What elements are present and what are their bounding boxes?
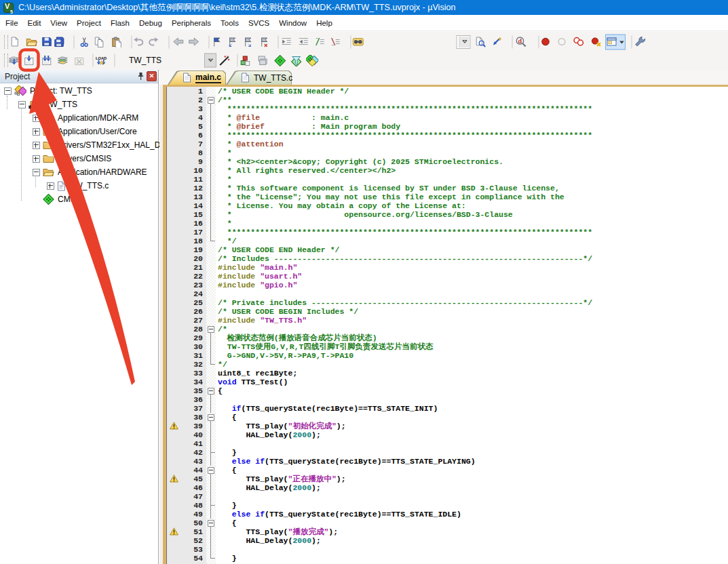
editor-margin[interactable] <box>167 122 181 131</box>
tree-item-application-hardware[interactable]: Application/HARDWARE <box>0 165 158 179</box>
fold-margin[interactable] <box>206 157 216 166</box>
fold-collapse-icon[interactable] <box>208 414 214 421</box>
breakpoint-disable-icon[interactable] <box>554 35 571 49</box>
code-text[interactable]: } <box>216 448 728 457</box>
code-text[interactable]: * @brief : Main program body <box>216 122 728 131</box>
code-text[interactable]: } <box>216 554 728 563</box>
fold-margin[interactable] <box>206 501 216 510</box>
editor-margin[interactable] <box>167 430 181 439</box>
code-text[interactable] <box>216 492 728 501</box>
code-text[interactable]: else if(TTS_queryState(rec1Byte)==TTS_ST… <box>216 510 728 519</box>
editor-margin[interactable] <box>167 87 181 96</box>
collapse-icon[interactable] <box>33 169 40 176</box>
tab-label[interactable]: TW_TTS.c <box>254 73 292 83</box>
copy-icon[interactable] <box>92 35 108 49</box>
code-text[interactable]: /* USER CODE BEGIN Header */ <box>216 87 728 96</box>
editor-margin[interactable] <box>167 201 181 210</box>
fold-margin[interactable] <box>206 166 216 175</box>
code-text[interactable]: { <box>216 413 728 422</box>
indent-icon[interactable] <box>278 35 294 49</box>
code-text[interactable] <box>216 439 728 448</box>
fold-margin[interactable] <box>206 342 216 351</box>
code-text[interactable]: /* <box>216 325 728 334</box>
code-text[interactable]: /* USER CODE END Header */ <box>216 245 728 254</box>
editor-margin[interactable] <box>167 413 181 422</box>
fold-margin[interactable] <box>206 378 216 386</box>
find-next-icon[interactable] <box>488 35 504 49</box>
menu-file[interactable]: File <box>1 16 23 31</box>
editor-margin[interactable] <box>167 245 181 254</box>
paste-icon[interactable] <box>109 35 125 49</box>
editor-margin[interactable] <box>167 325 181 334</box>
code-text[interactable]: { <box>216 386 728 395</box>
fold-margin[interactable] <box>206 263 216 272</box>
editor-margin[interactable] <box>167 545 181 554</box>
translate-icon[interactable] <box>6 53 22 68</box>
code-text[interactable]: /** <box>216 96 728 104</box>
fold-margin[interactable] <box>206 492 216 501</box>
editor-margin[interactable] <box>167 184 181 193</box>
fold-margin[interactable] <box>206 316 216 325</box>
code-text[interactable]: */ <box>216 237 728 245</box>
warning-icon-margin[interactable] <box>167 527 181 536</box>
fold-margin[interactable] <box>206 351 216 360</box>
tree-item-tw-tts-c[interactable]: TW_TTS.c <box>0 179 158 193</box>
fold-margin[interactable] <box>206 510 216 519</box>
editor-margin[interactable] <box>167 193 181 201</box>
editor-margin[interactable] <box>167 210 181 219</box>
editor-margin[interactable] <box>167 316 181 325</box>
runtime-environment-icon[interactable] <box>305 53 321 68</box>
editor-margin[interactable] <box>167 298 181 307</box>
editor-margin[interactable] <box>167 369 181 378</box>
code-text[interactable]: * @file : main.c <box>216 113 728 122</box>
expand-icon[interactable] <box>33 142 40 149</box>
fold-margin[interactable] <box>206 210 216 219</box>
warning-icon-margin[interactable] <box>167 475 181 483</box>
find-text-combobox[interactable] <box>457 35 471 49</box>
menu-window[interactable]: Window <box>274 16 311 31</box>
software-packs-icon[interactable] <box>272 53 288 68</box>
code-text[interactable]: * <box>216 175 728 184</box>
breakpoint-disable-all-icon[interactable] <box>571 35 588 49</box>
breakpoint-kill-all-icon[interactable] <box>588 35 605 49</box>
menu-svcs[interactable]: SVCS <box>244 16 274 31</box>
tree-item-label[interactable]: Project: TW_TTS <box>28 86 94 96</box>
nav-forward-icon[interactable] <box>186 35 202 49</box>
fold-margin[interactable] <box>206 96 216 104</box>
code-text[interactable] <box>216 545 728 554</box>
open-folder-icon[interactable] <box>24 35 40 49</box>
tree-item-cmsis[interactable]: CMSIS <box>0 193 158 206</box>
cut-icon[interactable] <box>76 35 92 49</box>
code-text[interactable]: #include "usart.h" <box>216 272 728 281</box>
save-all-icon[interactable] <box>52 35 68 49</box>
tree-item-label[interactable]: CMSIS <box>56 195 85 204</box>
code-text[interactable]: #include "gpio.h" <box>216 281 728 289</box>
code-text[interactable]: TTS_play("播放完成"); <box>216 527 728 536</box>
editor-margin[interactable] <box>167 457 181 466</box>
editor-margin[interactable] <box>167 254 181 263</box>
code-text[interactable]: void TTS_Test() <box>216 378 728 386</box>
fold-margin[interactable] <box>206 131 216 140</box>
breakpoint-insert-icon[interactable] <box>537 35 554 49</box>
code-text[interactable]: * <box>216 219 728 228</box>
fold-margin[interactable] <box>206 140 216 148</box>
code-text[interactable]: 检测状态范例(播放语音合成芯片当前状态) <box>216 334 728 342</box>
fold-margin[interactable] <box>206 122 216 131</box>
fold-margin[interactable] <box>206 245 216 254</box>
fold-margin[interactable] <box>206 104 216 113</box>
editor-margin[interactable] <box>167 395 181 404</box>
code-text[interactable]: * All rights reserved.</center></h2> <box>216 166 728 175</box>
code-text[interactable]: TTS_play("初始化完成"); <box>216 422 728 430</box>
editor-margin[interactable] <box>167 386 181 395</box>
fold-margin[interactable] <box>206 554 216 563</box>
fold-margin[interactable] <box>206 483 216 492</box>
fold-margin[interactable] <box>206 201 216 210</box>
close-icon[interactable]: ✕ <box>147 71 157 81</box>
editor-margin[interactable] <box>167 439 181 448</box>
code-text[interactable]: uint8_t rec1Byte; <box>216 369 728 378</box>
tree-item-label[interactable]: Application/HARDWARE <box>56 167 149 177</box>
code-text[interactable]: * This software component is licensed by… <box>216 184 728 193</box>
fold-margin[interactable] <box>206 430 216 439</box>
menu-edit[interactable]: Edit <box>23 16 46 31</box>
batch-build-icon[interactable] <box>55 53 71 68</box>
